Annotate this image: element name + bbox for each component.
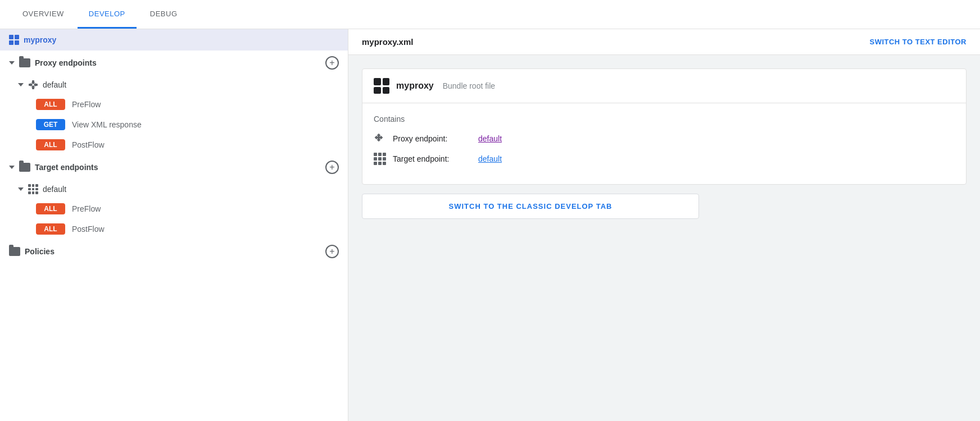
target-default-label: default — [43, 185, 66, 194]
right-panel: myproxy.xml SWITCH TO TEXT EDITOR myprox… — [348, 29, 980, 421]
proxy-get-badge: GET — [36, 119, 65, 130]
target-endpoints-folder-icon — [19, 163, 30, 172]
add-target-endpoint-button[interactable]: + — [325, 161, 339, 174]
target-postflow-label: PostFlow — [72, 225, 105, 234]
policies-label: Policies — [25, 247, 55, 256]
proxy-endpoints-caret[interactable] — [9, 61, 15, 65]
proxy-postflow-badge: ALL — [36, 139, 65, 150]
add-policy-button[interactable]: + — [325, 245, 339, 258]
myproxy-icon — [9, 35, 19, 45]
svg-rect-11 — [378, 136, 380, 139]
proxy-postflow-label: PostFlow — [72, 140, 105, 149]
right-header-title: myproxy.xml — [362, 37, 413, 47]
proxy-default-icon — [28, 80, 38, 90]
target-endpoints-section: Target endpoints + — [0, 155, 348, 180]
proxy-endpoints-folder-icon — [19, 58, 30, 67]
contains-label: Contains — [374, 115, 955, 123]
proxy-endpoint-row-link[interactable]: default — [478, 134, 502, 143]
tab-develop[interactable]: DEVELOP — [78, 1, 137, 29]
info-card-body: Contains Proxy endpoint: — [362, 103, 966, 184]
proxy-endpoints-section: Proxy endpoints + — [0, 51, 348, 75]
right-header: myproxy.xml SWITCH TO TEXT EDITOR — [348, 29, 980, 55]
info-card-subtitle: Bundle root file — [443, 81, 495, 90]
proxy-preflow-label: PreFlow — [72, 100, 101, 109]
main-layout: myproxy Proxy endpoints + — [0, 29, 980, 421]
myproxy-label: myproxy — [24, 35, 56, 44]
proxy-get-label: View XML response — [72, 120, 142, 129]
info-card: myproxy Bundle root file Contains — [362, 68, 967, 185]
proxy-postflow-item[interactable]: ALL PostFlow — [0, 135, 348, 155]
target-preflow-label: PreFlow — [72, 204, 101, 213]
add-proxy-endpoint-button[interactable]: + — [325, 56, 339, 70]
info-card-grid-icon — [374, 78, 389, 94]
target-preflow-badge: ALL — [36, 203, 65, 214]
info-card-header: myproxy Bundle root file — [362, 69, 966, 103]
proxy-default-label: default — [43, 80, 66, 89]
target-endpoint-row: Target endpoint: default — [374, 153, 955, 165]
target-default-item[interactable]: default — [0, 180, 348, 199]
proxy-default-item[interactable]: default — [0, 75, 348, 94]
target-postflow-item[interactable]: ALL PostFlow — [0, 219, 348, 239]
target-endpoint-row-icon — [374, 153, 386, 165]
proxy-preflow-item[interactable]: ALL PreFlow — [0, 94, 348, 115]
target-endpoint-row-label: Target endpoint: — [393, 154, 471, 163]
tree-item-myproxy[interactable]: myproxy — [0, 29, 348, 51]
switch-to-text-editor-button[interactable]: SWITCH TO TEXT EDITOR — [869, 38, 967, 46]
target-postflow-badge: ALL — [36, 223, 65, 235]
right-content: myproxy Bundle root file Contains — [348, 55, 980, 421]
policies-section: Policies + — [0, 239, 348, 264]
proxy-endpoint-row-label: Proxy endpoint: — [393, 134, 471, 143]
proxy-endpoint-row-icon — [374, 132, 386, 145]
proxy-preflow-badge: ALL — [36, 99, 65, 110]
proxy-endpoints-label: Proxy endpoints — [35, 58, 97, 67]
switch-to-classic-develop-tab-button[interactable]: SWITCH TO THE CLASSIC DEVELOP TAB — [362, 194, 699, 219]
info-card-title: myproxy — [396, 81, 434, 91]
policies-folder-icon — [9, 247, 20, 256]
target-endpoints-caret[interactable] — [9, 166, 15, 169]
target-default-icon — [28, 184, 38, 194]
tab-overview[interactable]: OVERVIEW — [11, 1, 75, 29]
left-panel: myproxy Proxy endpoints + — [0, 29, 348, 421]
proxy-default-caret[interactable] — [18, 83, 24, 86]
target-default-caret[interactable] — [18, 187, 24, 191]
tab-debug[interactable]: DEBUG — [139, 1, 189, 29]
top-nav: OVERVIEW DEVELOP DEBUG — [0, 0, 980, 29]
target-endpoint-row-link[interactable]: default — [478, 154, 502, 163]
target-endpoints-label: Target endpoints — [35, 163, 98, 172]
proxy-endpoint-row: Proxy endpoint: default — [374, 132, 955, 145]
proxy-get-flow-item[interactable]: GET View XML response — [0, 115, 348, 135]
target-preflow-item[interactable]: ALL PreFlow — [0, 199, 348, 219]
